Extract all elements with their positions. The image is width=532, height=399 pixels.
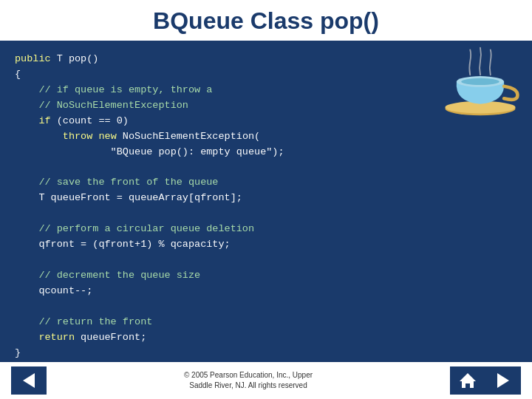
slide: BQueue Class pop() public T pop() { // i… [0, 0, 532, 399]
footer-line2: Saddle River, NJ. All rights reserved [47, 381, 450, 392]
svg-point-3 [461, 78, 499, 85]
prev-icon [18, 370, 39, 391]
footer-text: © 2005 Pearson Education, Inc., Upper Sa… [47, 370, 450, 392]
teacup-illustration [440, 44, 521, 118]
next-icon [493, 370, 514, 391]
svg-marker-4 [23, 373, 35, 388]
next-button[interactable] [485, 366, 521, 395]
prev-button[interactable] [11, 366, 47, 395]
title-bar: BQueue Class pop() [0, 0, 532, 41]
home-icon [458, 371, 477, 390]
bottom-bar: © 2005 Pearson Education, Inc., Upper Sa… [0, 362, 532, 399]
footer-line1: © 2005 Pearson Education, Inc., Upper [47, 370, 450, 381]
home-button[interactable] [450, 366, 485, 395]
slide-title: BQueue Class pop() [153, 7, 379, 34]
teacup-svg [440, 44, 521, 119]
svg-marker-5 [460, 373, 476, 388]
svg-marker-6 [497, 373, 509, 388]
content-area: public T pop() { // if queue is empty, t… [0, 41, 532, 362]
